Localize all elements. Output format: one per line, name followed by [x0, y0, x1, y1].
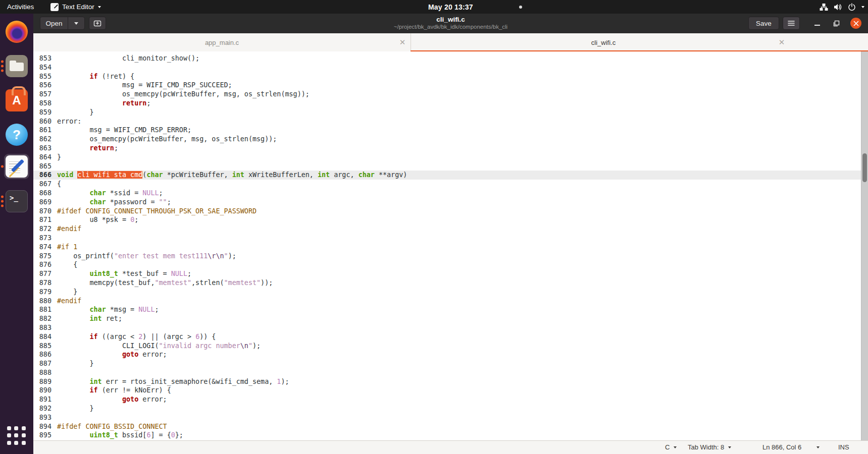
code-line[interactable]: 883 [33, 323, 868, 332]
code-line[interactable]: 859 } [33, 108, 868, 117]
tab-label: cli_wifi.c [411, 33, 796, 51]
code-line[interactable]: 861 msg = WIFI_CMD_RSP_ERROR; [33, 126, 868, 135]
new-document-button[interactable] [89, 17, 106, 30]
code-line[interactable]: 879 } [33, 288, 868, 297]
tab-close-icon[interactable]: ✕ [777, 38, 786, 47]
system-status-area[interactable] [820, 0, 864, 14]
code-line[interactable]: 854 [33, 63, 868, 72]
line-number: 861 [33, 126, 54, 135]
terminal-icon: >_ [6, 190, 28, 212]
show-applications-button[interactable] [7, 426, 26, 445]
code-line[interactable]: 862 os_memcpy(pcWriteBuffer, msg, os_str… [33, 135, 868, 144]
line-number: 877 [33, 269, 54, 278]
code-line[interactable]: 855 if (!ret) { [33, 72, 868, 81]
code-line[interactable]: 878 memcpy(test_buf,"memtest",strlen("me… [33, 278, 868, 288]
code-line[interactable]: 872#endif [33, 224, 868, 234]
code-line[interactable]: 867{ [33, 180, 868, 189]
files-launcher[interactable] [4, 53, 29, 79]
code-line[interactable]: 874#if 1 [33, 243, 868, 252]
code-line[interactable]: 888 [33, 368, 868, 377]
code-line[interactable]: 869 char *password = ""; [33, 198, 868, 207]
code-line[interactable]: 863 return; [33, 144, 868, 153]
cursor-position[interactable]: Ln 866, Col 6 [762, 441, 801, 453]
code-line[interactable]: 875 os_printf("enter test mem test111\r\… [33, 252, 868, 261]
firefox-launcher[interactable] [4, 19, 29, 44]
code-line[interactable]: 858 return; [33, 99, 868, 108]
code-line[interactable]: 853 cli_monitor_show(); [33, 54, 868, 63]
ubuntu-software-icon: A [6, 89, 28, 111]
insert-mode-label: INS [838, 443, 849, 451]
ubuntu-software-launcher[interactable]: A [4, 88, 29, 113]
scrollbar[interactable] [861, 51, 868, 441]
text-editor-launcher[interactable] [4, 154, 29, 179]
code-line[interactable]: 864} [33, 153, 868, 162]
code-line[interactable]: 866void cli_wifi_sta_cmd(char *pcWriteBu… [33, 171, 868, 180]
code-line[interactable]: 885 CLI_LOGI("invalid argc number\n"); [33, 342, 868, 351]
line-number: 891 [33, 395, 54, 404]
help-launcher[interactable]: ? [4, 122, 29, 147]
code-line[interactable]: 891 goto error; [33, 395, 868, 404]
open-dropdown-button[interactable] [68, 17, 85, 30]
code-line[interactable]: 877 uint8_t *test_buf = NULL; [33, 269, 868, 278]
open-button[interactable]: Open [40, 17, 68, 30]
app-menu[interactable]: Text Editor [50, 0, 101, 14]
code-line[interactable]: 860error: [33, 117, 868, 126]
code-line[interactable]: 890 if (err != kNoErr) { [33, 386, 868, 395]
clock[interactable]: May 20 13:37 [428, 0, 473, 14]
tab-width-selector[interactable]: Tab Width: 8 [688, 441, 731, 453]
code-editor[interactable]: 853 cli_monitor_show();854855 if (!ret) … [33, 51, 868, 441]
code-line[interactable]: 873 [33, 234, 868, 243]
code-text: { [54, 260, 77, 269]
close-button[interactable] [850, 18, 861, 29]
code-line[interactable]: 857 os_memcpy(pcWriteBuffer, msg, os_str… [33, 90, 868, 99]
line-number: 879 [33, 288, 54, 297]
code-line[interactable]: 893 [33, 413, 868, 422]
code-text [54, 63, 57, 72]
code-line[interactable]: 880#endif [33, 297, 868, 306]
code-line[interactable]: 892 } [33, 404, 868, 413]
language-selector[interactable]: C [665, 441, 677, 453]
goto-line-dropdown[interactable] [816, 441, 820, 453]
save-button[interactable]: Save [748, 17, 779, 30]
code-line[interactable]: 856 msg = WIFI_CMD_RSP_SUCCEED; [33, 81, 868, 90]
line-number: 890 [33, 386, 54, 395]
terminal-launcher[interactable]: >_ [4, 189, 29, 214]
line-number: 888 [33, 368, 54, 377]
line-number: 887 [33, 359, 54, 368]
scrollbar-thumb[interactable] [862, 153, 867, 182]
chevron-down-icon [674, 446, 677, 450]
code-line[interactable]: 871 u8 *psk = 0; [33, 215, 868, 224]
code-line[interactable]: 887 } [33, 359, 868, 368]
code-line[interactable]: 886 goto error; [33, 350, 868, 359]
line-number: 880 [33, 297, 54, 306]
code-line[interactable]: 884 if ((argc < 2) || (argc > 6)) { [33, 332, 868, 342]
line-number: 876 [33, 260, 54, 269]
line-number: 872 [33, 224, 54, 234]
code-line[interactable]: 868 char *ssid = NULL; [33, 189, 868, 198]
activities-button[interactable]: Activities [7, 0, 34, 14]
chevron-down-icon [816, 446, 820, 450]
line-number: 868 [33, 189, 54, 198]
code-line[interactable]: 881 char *msg = NULL; [33, 305, 868, 314]
hamburger-menu-button[interactable] [783, 17, 800, 30]
restore-button[interactable] [830, 14, 842, 33]
code-line[interactable]: 876 { [33, 260, 868, 269]
code-text: cli_monitor_show(); [54, 54, 199, 63]
minimize-button[interactable] [811, 14, 823, 33]
code-text: int ret; [54, 314, 122, 323]
code-line[interactable]: 895 uint8_t bssid[6] = {0}; [33, 431, 868, 440]
code-line[interactable]: 894#ifdef CONFIG_BSSID_CONNECT [33, 422, 868, 431]
insert-mode-indicator[interactable]: INS [838, 441, 849, 453]
tab-app-main[interactable]: app_main.c ✕ [33, 33, 411, 51]
open-button-label: Open [45, 20, 62, 27]
chevron-down-icon [74, 22, 78, 27]
code-line[interactable]: 882 int ret; [33, 314, 868, 323]
line-number: 894 [33, 422, 54, 431]
code-line[interactable]: 889 int err = rtos_init_semaphore(&wifi_… [33, 377, 868, 386]
code-text [54, 234, 57, 243]
code-line[interactable]: 865 [33, 162, 868, 171]
tab-cli-wifi[interactable]: cli_wifi.c ✕ [411, 33, 868, 51]
window-title: cli_wifi.c ~/project/bk_avdk/bk_idk/comp… [185, 15, 717, 30]
tab-close-icon[interactable]: ✕ [398, 38, 407, 47]
code-line[interactable]: 870#ifdef CONFIG_CONNECT_THROUGH_PSK_OR_… [33, 207, 868, 216]
